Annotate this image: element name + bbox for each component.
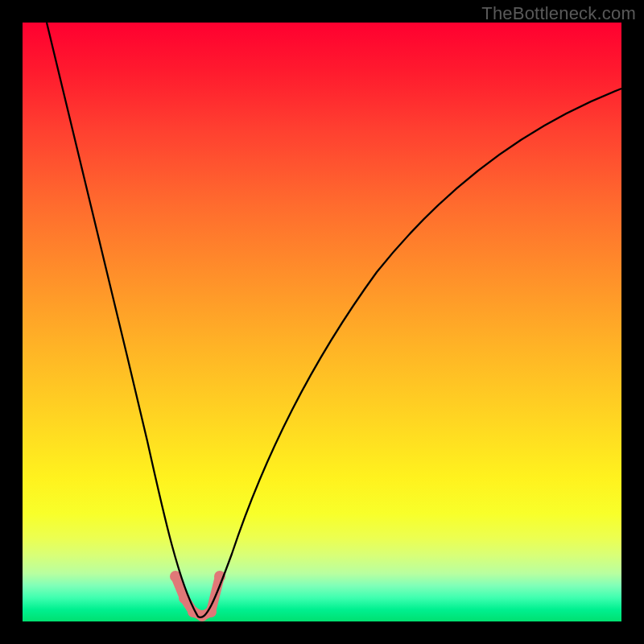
watermark-text: TheBottleneck.com (481, 3, 636, 24)
curve-svg (23, 23, 621, 621)
bottleneck-curve (47, 23, 621, 617)
chart-frame: TheBottleneck.com (0, 0, 644, 644)
marker-dots (170, 571, 225, 621)
plot-area (23, 23, 621, 621)
